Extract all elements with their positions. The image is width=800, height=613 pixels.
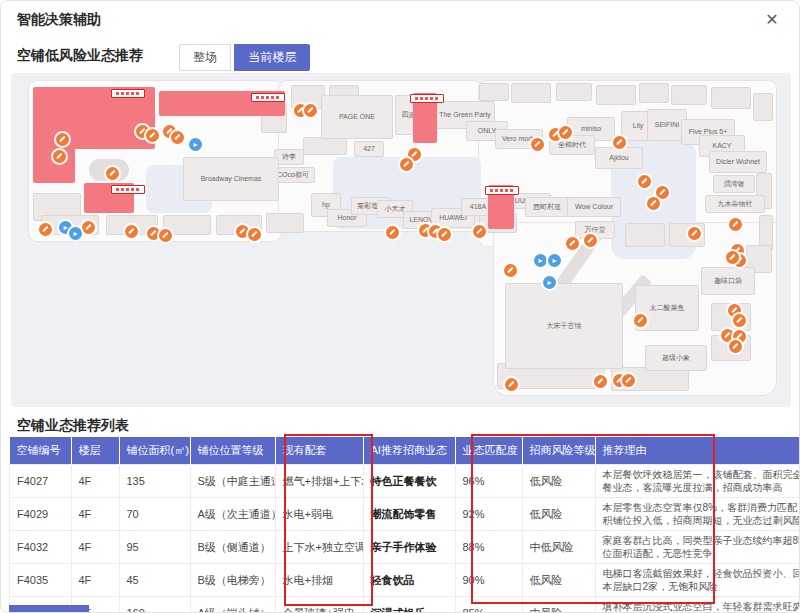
table-cell: 4F xyxy=(71,564,119,597)
store-marker-icon[interactable] xyxy=(147,227,160,240)
table-cell: 低风险 xyxy=(522,564,595,597)
store-marker-icon[interactable] xyxy=(729,340,742,353)
store-marker-icon[interactable] xyxy=(159,229,172,242)
column-header: 推荐理由 xyxy=(595,437,800,465)
store-block xyxy=(511,83,551,103)
table-row: F40384F160A级（端头铺）全景玻璃+强电沉浸式娱乐85%中风险填补本层沉… xyxy=(10,597,800,613)
toggle-current-floor[interactable]: 当前楼层 xyxy=(234,44,310,71)
recommendation-table: 空铺编号楼层铺位面积(㎡)铺位位置等级现有配套AI推荐招商业态业态匹配度招商风险… xyxy=(9,437,800,613)
store-marker-icon[interactable] xyxy=(647,197,660,210)
store-marker-icon[interactable] xyxy=(733,314,746,327)
store-block xyxy=(596,85,636,105)
store-block-labeled: Dicler Wohnet xyxy=(709,151,767,173)
store-marker-icon[interactable] xyxy=(638,175,651,188)
table-cell: 全景玻璃+强电 xyxy=(275,597,363,613)
column-header: AI推荐招商业态 xyxy=(363,437,455,465)
store-marker-icon[interactable] xyxy=(559,126,572,139)
store-block-labeled: 超级小象 xyxy=(645,345,707,371)
info-marker-icon[interactable]: ▸ xyxy=(543,276,556,289)
vacant-shop-tag xyxy=(251,93,285,102)
store-block-labeled: PAGE ONE xyxy=(321,95,393,139)
scope-toggle: 整场 当前楼层 xyxy=(179,44,310,71)
store-marker-icon[interactable] xyxy=(726,251,739,264)
table-cell: 特色正餐餐饮 xyxy=(363,465,455,498)
store-marker-icon[interactable] xyxy=(688,227,701,240)
store-marker-icon[interactable] xyxy=(622,374,635,387)
store-marker-icon[interactable] xyxy=(125,225,138,238)
store-marker-icon[interactable] xyxy=(531,138,544,151)
store-block-labeled: Broadway Cinemas xyxy=(183,157,279,201)
column-header: 空铺编号 xyxy=(10,437,72,465)
store-marker-icon[interactable] xyxy=(584,234,597,247)
info-marker-icon[interactable]: ▸ xyxy=(548,254,561,267)
table-cell: 燃气+排烟+上下水 xyxy=(275,465,363,498)
info-marker-icon[interactable]: ▸ xyxy=(534,254,547,267)
store-marker-icon[interactable] xyxy=(594,375,607,388)
info-marker-icon[interactable]: ▸ xyxy=(189,138,202,151)
section-header: 空铺低风险业态推荐 整场 当前楼层 xyxy=(1,38,799,73)
table-cell: 85% xyxy=(455,597,522,613)
table-cell: 95 xyxy=(119,531,190,564)
store-marker-icon[interactable] xyxy=(613,136,626,149)
column-header: 楼层 xyxy=(71,437,119,465)
dialog-header: 智能决策辅助 ✕ xyxy=(1,1,799,39)
table-header-row: 空铺编号楼层铺位面积(㎡)铺位位置等级现有配套AI推荐招商业态业态匹配度招商风险… xyxy=(10,437,800,465)
decision-assist-dialog: 智能决策辅助 ✕ 空铺低风险业态推荐 整场 当前楼层 PAGE ONE四派西Th… xyxy=(0,0,800,613)
info-marker-icon[interactable]: ▸ xyxy=(69,227,82,240)
store-marker-icon[interactable] xyxy=(566,237,579,250)
table-cell: 45 xyxy=(119,564,190,597)
floor-map-canvas[interactable]: PAGE ONE四派西The Green Party427ONLYVero mo… xyxy=(11,73,791,407)
column-header: 现有配套 xyxy=(275,437,363,465)
store-marker-icon[interactable] xyxy=(82,221,95,234)
table-cell: 92% xyxy=(455,498,522,531)
table-title: 空铺业态推荐列表 xyxy=(17,417,129,435)
store-marker-icon[interactable] xyxy=(106,167,119,180)
table-cell: 96% xyxy=(455,465,522,498)
column-header: 铺位面积(㎡) xyxy=(119,437,190,465)
table-cell: A级（次主通道） xyxy=(190,498,275,531)
store-block-labeled: 西町村屋 xyxy=(525,197,569,217)
store-marker-icon[interactable] xyxy=(304,104,317,117)
store-marker-icon[interactable] xyxy=(504,264,517,277)
store-block-labeled: Wow Colour xyxy=(567,197,621,217)
store-marker-icon[interactable] xyxy=(438,228,451,241)
recommendation-table-wrap: 空铺编号楼层铺位面积(㎡)铺位位置等级现有配套AI推荐招商业态业态匹配度招商风险… xyxy=(9,437,777,613)
store-marker-icon[interactable] xyxy=(248,228,261,241)
table-cell: 4F xyxy=(71,465,119,498)
section-title: 空铺低风险业态推荐 xyxy=(17,47,143,65)
table-row: F40274F135S级（中庭主通道）燃气+排烟+上下水特色正餐餐饮96%低风险… xyxy=(10,465,800,498)
table-cell: 填补本层沉浸式业态空白，年轻客群需求旺盛，大面积铺位适合品牌旗舰店入驻，长期收益… xyxy=(595,597,800,613)
store-block-labeled: 九木杂物社 xyxy=(705,195,765,213)
store-block-labeled: 427 xyxy=(354,141,384,157)
store-marker-icon[interactable] xyxy=(146,129,159,142)
store-marker-icon[interactable] xyxy=(56,133,69,146)
table-cell: 低风险 xyxy=(522,498,595,531)
store-marker-icon[interactable] xyxy=(400,158,413,171)
column-header: 业态匹配度 xyxy=(455,437,522,465)
table-cell: F4035 xyxy=(10,564,72,597)
store-block xyxy=(639,83,669,103)
store-block xyxy=(711,87,751,109)
store-marker-icon[interactable] xyxy=(39,223,52,236)
table-cell: 135 xyxy=(119,465,190,498)
store-marker-icon[interactable] xyxy=(729,218,742,231)
store-block-labeled: 大宋千古情 xyxy=(505,283,623,369)
store-marker-icon[interactable] xyxy=(656,186,669,199)
store-block-labeled: 趣味口袋 xyxy=(701,267,755,295)
close-icon[interactable]: ✕ xyxy=(761,9,783,31)
store-marker-icon[interactable] xyxy=(473,225,486,238)
store-marker-icon[interactable] xyxy=(386,226,399,239)
column-header: 铺位位置等级 xyxy=(190,437,275,465)
store-marker-icon[interactable] xyxy=(236,225,249,238)
store-marker-icon[interactable] xyxy=(505,378,518,391)
table-cell: 160 xyxy=(119,597,190,613)
table-cell: B级（侧通道） xyxy=(190,531,275,564)
toggle-whole-mall[interactable]: 整场 xyxy=(179,44,231,71)
table-cell: A级（端头铺） xyxy=(190,597,275,613)
store-marker-icon[interactable] xyxy=(171,131,184,144)
store-marker-icon[interactable] xyxy=(634,314,647,327)
column-header: 招商风险等级 xyxy=(522,437,595,465)
store-marker-icon[interactable] xyxy=(53,150,66,163)
store-block xyxy=(556,83,592,101)
dialog-title: 智能决策辅助 xyxy=(17,11,101,29)
